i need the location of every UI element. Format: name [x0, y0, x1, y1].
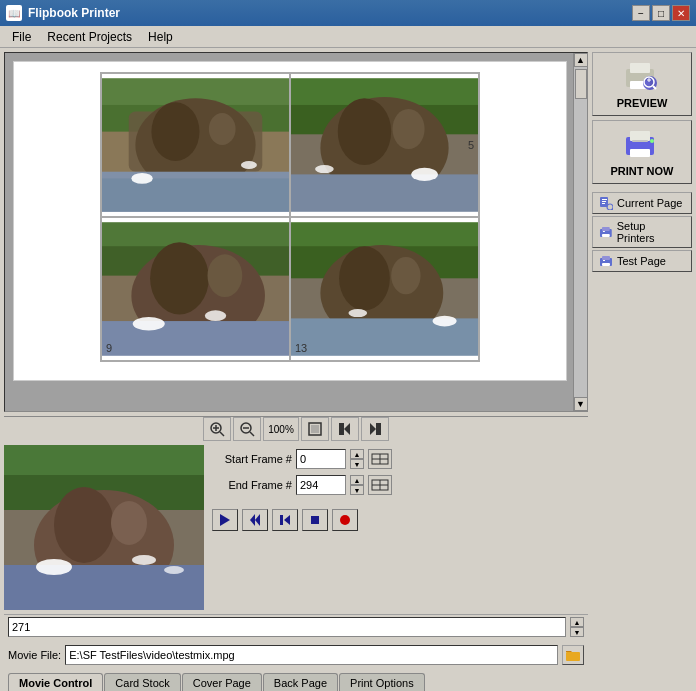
frame-num-down[interactable]: ▼ — [570, 627, 584, 637]
svg-point-9 — [131, 173, 152, 184]
bear-image-2 — [291, 74, 478, 216]
svg-point-56 — [54, 487, 114, 563]
svg-marker-69 — [250, 514, 255, 526]
video-preview — [4, 445, 204, 610]
end-frame-up[interactable]: ▲ — [350, 475, 364, 485]
start-frame-up[interactable]: ▲ — [350, 449, 364, 459]
start-frame-spinner: ▲ ▼ — [350, 449, 364, 469]
tabs-bar: Movie Control Card Stock Cover Page Back… — [4, 671, 588, 691]
window-title: Flipbook Printer — [28, 6, 632, 20]
zoom-100-button[interactable]: 100% — [263, 417, 299, 441]
step-back-icon — [278, 513, 292, 527]
svg-point-24 — [150, 242, 209, 314]
svg-rect-90 — [602, 199, 607, 200]
svg-point-6 — [209, 113, 236, 145]
setup-printers-icon — [599, 225, 613, 239]
svg-rect-17 — [291, 174, 478, 211]
next-page-button[interactable] — [361, 417, 389, 441]
start-frame-set[interactable] — [368, 449, 392, 469]
zoom-out-button[interactable] — [233, 417, 261, 441]
record-button[interactable] — [332, 509, 358, 531]
svg-point-18 — [411, 168, 438, 181]
stop-button[interactable] — [302, 509, 328, 531]
right-panel: PREVIEW PRINT NOW — [592, 52, 692, 687]
window-controls: − □ ✕ — [632, 5, 690, 21]
title-bar: 📖 Flipbook Printer − □ ✕ — [0, 0, 696, 26]
zoom-in-button[interactable] — [203, 417, 231, 441]
tab-card-stock[interactable]: Card Stock — [104, 673, 180, 691]
tab-back-page[interactable]: Back Page — [263, 673, 338, 691]
set-start-icon — [371, 451, 389, 467]
tab-movie-control[interactable]: Movie Control — [8, 673, 103, 691]
scroll-thumb[interactable] — [575, 69, 587, 99]
svg-point-74 — [340, 515, 350, 525]
step-back-button[interactable] — [272, 509, 298, 531]
svg-rect-85 — [630, 131, 650, 141]
current-page-icon — [599, 196, 613, 210]
tab-print-options[interactable]: Print Options — [339, 673, 425, 691]
movie-file-input[interactable] — [65, 645, 558, 665]
prev-page-button[interactable] — [331, 417, 359, 441]
svg-rect-92 — [602, 203, 605, 204]
menu-file[interactable]: File — [4, 28, 39, 46]
svg-rect-100 — [602, 256, 610, 260]
scroll-up-button[interactable]: ▲ — [574, 53, 588, 67]
svg-point-60 — [132, 555, 156, 565]
setup-printers-button[interactable]: Setup Printers — [592, 216, 692, 248]
svg-point-61 — [164, 566, 184, 574]
svg-point-34 — [391, 257, 420, 294]
end-frame-row: End Frame # ▲ ▼ — [212, 475, 584, 495]
frame-number-bar: ▲ ▼ — [4, 614, 588, 639]
tab-cover-page[interactable]: Cover Page — [182, 673, 262, 691]
minimize-button[interactable]: − — [632, 5, 650, 21]
svg-point-37 — [348, 309, 367, 317]
end-frame-set[interactable] — [368, 475, 392, 495]
cell-number-2: 5 — [468, 139, 474, 151]
svg-rect-71 — [280, 515, 283, 525]
menu-help[interactable]: Help — [140, 28, 181, 46]
bear-image-1 — [102, 74, 289, 216]
scroll-track — [574, 67, 588, 397]
end-frame-spinner: ▲ ▼ — [350, 475, 364, 495]
test-page-button[interactable]: Test Page — [592, 250, 692, 272]
close-button[interactable]: ✕ — [672, 5, 690, 21]
play-button[interactable] — [212, 509, 238, 531]
page-cell-1 — [101, 73, 290, 217]
start-frame-down[interactable]: ▼ — [350, 459, 364, 469]
svg-rect-101 — [602, 263, 610, 266]
file-browse-button[interactable] — [562, 645, 584, 665]
maximize-button[interactable]: □ — [652, 5, 670, 21]
end-frame-input[interactable] — [296, 475, 346, 495]
svg-point-27 — [133, 317, 165, 330]
preview-button[interactable]: PREVIEW — [592, 52, 692, 116]
svg-rect-91 — [602, 201, 606, 202]
main-area: 5 — [0, 48, 696, 691]
fit-page-button[interactable] — [301, 417, 329, 441]
svg-line-43 — [250, 432, 254, 436]
fit-page-icon — [306, 420, 324, 438]
page-cell-2: 5 — [290, 73, 479, 217]
print-now-button[interactable]: PRINT NOW — [592, 120, 692, 184]
svg-rect-75 — [566, 652, 580, 661]
preview-scrollbar[interactable]: ▲ ▼ — [573, 53, 587, 411]
current-frame-input[interactable] — [8, 617, 566, 637]
svg-point-88 — [650, 139, 654, 143]
rewind-button[interactable] — [242, 509, 268, 531]
menu-recent-projects[interactable]: Recent Projects — [39, 28, 140, 46]
test-page-icon — [599, 254, 613, 268]
prev-page-icon — [336, 420, 354, 438]
side-actions: Current Page Setup Printers Te — [592, 192, 692, 272]
print-icon — [622, 127, 662, 161]
svg-point-15 — [338, 98, 391, 165]
cell-number-3: 9 — [106, 342, 112, 354]
scroll-down-button[interactable]: ▼ — [574, 397, 588, 411]
current-page-button[interactable]: Current Page — [592, 192, 692, 214]
svg-marker-70 — [255, 514, 260, 526]
end-frame-down[interactable]: ▼ — [350, 485, 364, 495]
zoom-in-icon — [208, 420, 226, 438]
svg-point-25 — [208, 254, 243, 297]
start-frame-input[interactable] — [296, 449, 346, 469]
file-bar: Movie File: — [4, 643, 588, 667]
print-now-label: PRINT NOW — [611, 165, 674, 177]
frame-num-up[interactable]: ▲ — [570, 617, 584, 627]
